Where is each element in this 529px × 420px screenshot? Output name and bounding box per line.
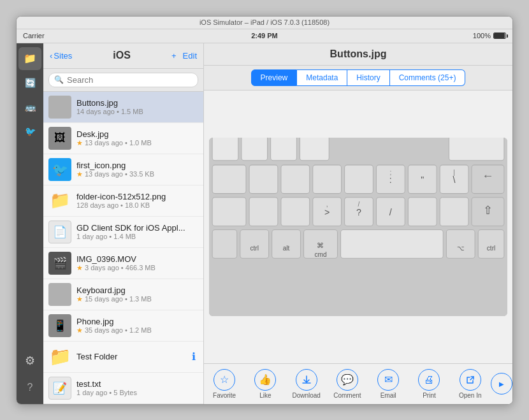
file-thumbnail: 📱 [48,314,71,337]
add-button[interactable]: + [171,51,177,61]
svg-text:|: | [453,169,455,176]
list-item[interactable]: Buttons.jpg 14 days ago • 1.5 MB [43,92,203,123]
star-icon: ★ [76,170,83,178]
file-thumbnail: 📁 [48,189,71,212]
file-thumbnail: 🐦 [48,158,71,181]
svg-rect-0 [209,138,507,316]
sidebar-icon-sync[interactable]: 🔄 [18,71,41,94]
like-button[interactable]: 👍 Like [245,366,286,402]
svg-rect-21 [212,198,246,226]
bus-icon: 🚌 [25,102,36,112]
sidebar-icon-help[interactable]: ? [18,376,41,399]
preview-header: Buttons.jpg [204,43,512,66]
file-info: IMG_0396.MOV ★ 3 days ago • 466.3 MB [76,254,198,272]
svg-rect-40 [341,230,444,259]
simulator-title: iOS Simulator – iPad / iOS 7.0.3 (118508… [199,18,330,26]
keyboard-preview-image: : ; " \ | ← [209,138,507,316]
file-info: Desk.jpg ★ 13 days ago • 1.0 MB [76,129,198,147]
preview-title: Buttons.jpg [330,48,387,60]
download-button[interactable]: Download [286,366,327,402]
more-button[interactable]: ▶ [491,370,512,397]
favorite-button[interactable]: ☆ Favorite [204,366,245,402]
search-input[interactable] [67,75,192,85]
list-item[interactable]: 🎬 IMG_0396.MOV ★ 3 days ago • 466.3 MB [43,248,203,279]
file-meta: ★ 3 days ago • 466.3 MB [76,264,198,272]
sync-icon: 🔄 [25,78,36,88]
device-frame: iOS Simulator – iPad / iOS 7.0.3 (118508… [16,16,513,405]
svg-rect-5 [449,138,504,161]
file-meta: ★ 13 days ago • 1.0 MB [76,139,198,147]
list-item[interactable]: 🖼 Desk.jpg ★ 13 days ago • 1.0 MB [43,123,203,154]
open-in-label: Open In [459,392,482,399]
svg-text:ctrl: ctrl [250,245,259,252]
file-meta: ★ 35 days ago • 1.2 MB [76,326,198,335]
file-thumbnail: 📁 [48,345,71,368]
svg-rect-4 [300,138,329,161]
sidebar-icon-files[interactable]: 📁 [18,47,41,70]
file-panel: ‹ Sites iOS + Edit 🔍 [43,43,204,404]
preview-tabs: Preview Metadata History Comments (25+) [204,66,512,91]
star-icon: ★ [76,264,83,272]
svg-rect-42 [478,230,504,259]
battery-icon [493,33,506,39]
svg-text:?: ? [356,207,361,217]
svg-rect-28 [440,198,468,226]
favorite-icon: ☆ [214,369,235,391]
svg-rect-27 [408,198,437,226]
sidebar-icon-twitter[interactable]: 🐦 [18,120,41,143]
svg-rect-8 [281,165,310,194]
list-item[interactable]: 📱 Phone.jpg ★ 35 days ago • 1.2 MB [43,310,203,342]
email-icon: ✉ [377,369,399,391]
status-bar: Carrier 2:49 PM 100% [17,29,512,43]
sidebar-icon-bus[interactable]: 🚌 [18,96,41,119]
svg-rect-37 [240,230,269,259]
open-in-button[interactable]: Open In [450,366,491,402]
email-button[interactable]: ✉ Email [368,366,409,402]
svg-text:>: > [324,207,330,217]
file-thumbnail: 📝 [48,377,71,400]
list-item[interactable]: 🐦 first_icon.png ★ 13 days ago • 33.5 KB [43,154,203,185]
list-item[interactable]: 📝 test.txt 1 day ago • 5 Bytes [43,373,203,404]
tab-preview[interactable]: Preview [251,69,298,86]
tab-comments[interactable]: Comments (25+) [390,69,466,86]
file-info: Phone.jpg ★ 35 days ago • 1.2 MB [76,317,198,335]
tab-history[interactable]: History [347,69,389,86]
back-button[interactable]: ‹ Sites [50,51,72,61]
chevron-left-icon: ‹ [50,51,52,61]
file-name: Phone.jpg [76,317,198,326]
star-icon: ★ [76,139,83,147]
file-thumbnail [48,96,71,119]
svg-text:ctrl: ctrl [487,245,496,252]
file-name: Keyboard.jpg [76,286,198,295]
folder-icon: 📁 [50,191,70,210]
preview-image-area: : ; " \ | ← [204,91,512,363]
help-icon: ? [27,382,33,393]
file-meta: 1 day ago • 1.4 MB [76,233,198,240]
file-info: first_icon.png ★ 13 days ago • 33.5 KB [76,161,198,178]
header-actions: + Edit [171,51,197,61]
file-list: Buttons.jpg 14 days ago • 1.5 MB 🖼 Desk.… [43,92,203,404]
edit-button[interactable]: Edit [183,51,197,61]
file-info: GD Client SDK for iOS Appl... 1 day ago … [76,223,198,240]
simulator-title-bar: iOS Simulator – iPad / iOS 7.0.3 (118508… [17,17,512,29]
svg-rect-41 [446,230,475,259]
svg-rect-38 [272,230,301,259]
print-button[interactable]: 🖨 Print [409,366,449,402]
keyboard-thumb-2 [57,292,63,297]
list-item[interactable]: 📁 folder-icon-512x512.png 128 days ago •… [43,185,203,217]
file-thumbnail: 🎬 [48,252,71,275]
status-bar-right: 100% [473,32,506,40]
svg-text:/: / [358,201,360,208]
svg-rect-1 [212,138,238,161]
list-item[interactable]: 📁 Test Folder ℹ [43,342,203,373]
file-thumbnail [48,283,71,306]
sidebar-icon-settings[interactable]: ⚙ [18,349,41,372]
comment-button[interactable]: 💬 Comment [327,366,368,402]
list-item[interactable]: Keyboard.jpg ★ 15 days ago • 1.3 MB [43,279,203,310]
svg-rect-3 [271,138,297,161]
search-input-wrap: 🔍 [48,73,198,87]
tab-metadata[interactable]: Metadata [297,69,347,86]
gear-icon: ⚙ [25,354,35,368]
list-item[interactable]: 📄 GD Client SDK for iOS Appl... 1 day ag… [43,217,203,248]
info-button[interactable]: ℹ [189,349,198,364]
